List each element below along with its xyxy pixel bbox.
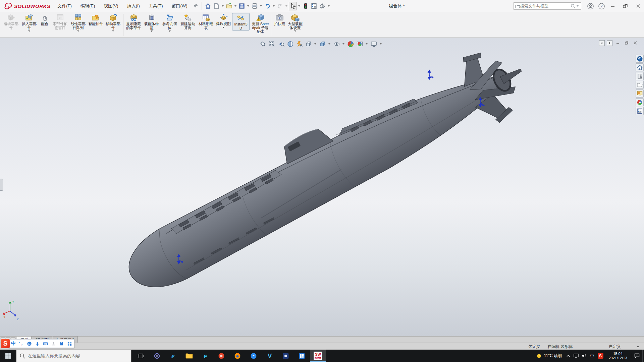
ribbon-mate[interactable]: 配合 — [39, 13, 51, 26]
undo-button[interactable] — [263, 2, 271, 10]
weather-text[interactable]: 11°C 晴朗 — [544, 353, 562, 359]
ime-login-icon[interactable] — [51, 341, 56, 346]
chevron-down-icon[interactable] — [151, 31, 153, 32]
ime-skin-icon[interactable] — [59, 341, 64, 346]
input-language-indicator[interactable]: 中 — [588, 353, 596, 359]
submarine-model[interactable] — [110, 38, 538, 309]
ribbon-take-snapshot[interactable]: 拍快照 — [273, 13, 286, 26]
expand-right-pane-icon[interactable] — [607, 40, 612, 46]
chevron-down-icon[interactable] — [222, 27, 224, 28]
search-icon[interactable] — [571, 4, 576, 9]
solidworks-resources-icon[interactable] — [636, 63, 644, 71]
rebuild-button[interactable] — [302, 2, 310, 10]
statusbar-expand-icon[interactable] — [637, 346, 639, 347]
section-view-icon[interactable] — [286, 40, 294, 48]
ribbon-assembly-features[interactable]: 装配体特征 — [143, 13, 160, 32]
view-orientation-icon[interactable] — [304, 40, 312, 48]
chevron-down-icon[interactable] — [342, 43, 344, 45]
menu-insert[interactable]: 插入(I) — [123, 0, 144, 12]
ribbon-large-assembly-settings[interactable]: 大型装配体设置 — [286, 13, 304, 32]
design-library-icon[interactable] — [636, 72, 644, 80]
file-explorer-pane-icon[interactable] — [636, 81, 644, 89]
chevron-down-icon[interactable] — [577, 5, 579, 7]
file-explorer-icon[interactable] — [181, 350, 197, 362]
app-icon-red[interactable] — [213, 350, 229, 362]
sogou-logo-icon[interactable]: S — [1, 339, 10, 348]
menu-file[interactable]: 文件(F) — [53, 0, 76, 12]
edge-icon[interactable]: e — [197, 350, 213, 362]
hidden-icons-chevron[interactable] — [565, 354, 572, 358]
chevron-down-icon[interactable] — [294, 31, 296, 32]
start-button[interactable] — [0, 350, 16, 362]
status-custom[interactable]: 自定义 — [609, 344, 621, 350]
chevron-down-icon[interactable] — [285, 5, 287, 7]
volume-icon[interactable] — [580, 353, 588, 358]
open-button[interactable] — [225, 2, 233, 10]
custom-properties-icon[interactable] — [636, 107, 644, 115]
show-desktop-button[interactable] — [642, 350, 644, 362]
sogou-tray-icon[interactable]: S — [596, 353, 605, 359]
account-button[interactable] — [586, 2, 595, 10]
ime-mode-chinese[interactable]: 中 — [11, 341, 16, 347]
collapse-left-pane-icon[interactable] — [599, 40, 605, 46]
ime-toolbox-icon[interactable] — [67, 341, 72, 346]
menu-edit[interactable]: 编辑(E) — [76, 0, 99, 12]
ribbon-linear-component-pattern[interactable]: 线性零部件阵列 — [69, 13, 87, 32]
apply-scene-icon[interactable] — [356, 40, 364, 48]
zoom-fit-icon[interactable] — [259, 40, 267, 48]
chevron-down-icon[interactable] — [260, 5, 262, 7]
previous-view-icon[interactable] — [277, 40, 285, 48]
file-properties-button[interactable] — [310, 2, 318, 10]
chevron-down-icon[interactable] — [234, 5, 236, 7]
ribbon-insert-component[interactable]: 插入零部件 — [20, 13, 38, 32]
select-tool-button[interactable] — [289, 2, 297, 10]
close-button[interactable] — [634, 2, 643, 10]
ribbon-update-speedpak[interactable]: 更新 Speedpak 子装配体 — [250, 13, 270, 34]
feature-tree-collapsed-tab[interactable] — [0, 179, 3, 191]
ime-punctuation[interactable]: ’， — [19, 341, 24, 347]
ribbon-new-motion-study[interactable]: 新建运动算例 — [179, 13, 197, 30]
doc-restore-button[interactable] — [623, 40, 630, 46]
pin-menu-icon[interactable] — [192, 2, 200, 10]
zoom-area-icon[interactable] — [268, 40, 276, 48]
ime-keyboard-icon[interactable] — [43, 341, 48, 346]
menu-tools[interactable]: 工具(T) — [144, 0, 167, 12]
chevron-down-icon[interactable] — [247, 5, 249, 7]
viewport-canvas[interactable]: Y X Z — [0, 38, 644, 336]
redo-button[interactable] — [276, 2, 284, 10]
edit-appearance-icon[interactable] — [346, 40, 355, 48]
internet-explorer-icon[interactable]: e — [165, 350, 181, 362]
graphics-viewport[interactable]: Y X Z — [0, 38, 644, 336]
firefox-icon[interactable] — [229, 350, 246, 362]
ribbon-instant3d[interactable]: Instant3D — [232, 13, 250, 31]
solidworks-search[interactable] — [514, 2, 581, 10]
doc-minimize-button[interactable] — [614, 40, 621, 46]
chevron-down-icon[interactable] — [328, 43, 330, 45]
action-center-icon[interactable] — [631, 353, 642, 358]
app-icon-v[interactable]: V — [262, 350, 278, 362]
search-files-input[interactable] — [520, 4, 571, 8]
chevron-down-icon[interactable] — [112, 31, 114, 32]
display-style-icon[interactable] — [318, 40, 326, 48]
hide-show-items-icon[interactable] — [332, 40, 340, 48]
app-icon-blue[interactable] — [246, 350, 262, 362]
menu-view[interactable]: 视图(V) — [99, 0, 122, 12]
print-button[interactable] — [251, 2, 259, 10]
new-document-button[interactable] — [212, 2, 220, 10]
home-button[interactable] — [204, 2, 212, 10]
taskbar-search-input[interactable] — [28, 353, 128, 358]
chevron-down-icon[interactable] — [28, 31, 30, 32]
chevron-down-icon[interactable] — [273, 5, 275, 7]
chevron-down-icon[interactable] — [222, 5, 224, 7]
menu-window[interactable]: 窗口(W) — [167, 0, 192, 12]
help-button[interactable]: ? — [597, 2, 606, 10]
view-settings-icon[interactable] — [370, 40, 378, 48]
display-tray-icon[interactable] — [572, 354, 580, 358]
minimize-button[interactable] — [608, 2, 617, 10]
doc-close-button[interactable] — [632, 40, 639, 46]
ribbon-move-component[interactable]: 移动零部件 — [104, 13, 122, 32]
ribbon-bill-of-materials[interactable]: 材料明细表 — [197, 13, 215, 30]
move-handle[interactable] — [428, 70, 433, 79]
3dexperience-icon[interactable] — [636, 55, 644, 63]
chevron-down-icon[interactable] — [366, 43, 368, 45]
